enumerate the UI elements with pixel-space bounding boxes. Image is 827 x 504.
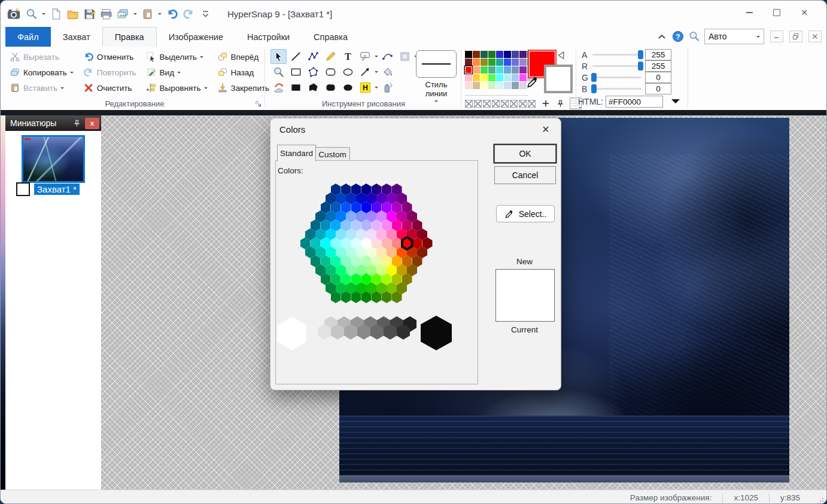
- ribbon-cut-button[interactable]: Вырезать: [8, 50, 75, 64]
- pattern-slot[interactable]: [474, 100, 482, 108]
- tool-pointer[interactable]: [270, 49, 287, 64]
- tab-settings[interactable]: Настройки: [235, 27, 302, 47]
- palette-swatch[interactable]: [481, 51, 488, 58]
- palette-swatch[interactable]: [473, 51, 480, 58]
- tool-polyline[interactable]: [305, 49, 321, 64]
- palette-swatch[interactable]: [504, 66, 511, 74]
- undo-icon[interactable]: [166, 8, 178, 20]
- capture-thumbnail[interactable]: [22, 135, 85, 183]
- tab-edit[interactable]: Правка: [102, 27, 157, 47]
- palette-swatch[interactable]: [473, 66, 480, 74]
- ribbon-send-back-button[interactable]: Назад: [215, 65, 272, 80]
- tool-highlight[interactable]: H: [357, 80, 373, 95]
- tab-file[interactable]: Файл: [5, 27, 51, 47]
- panel-close-button[interactable]: x: [85, 118, 99, 129]
- tool-arrow[interactable]: [357, 65, 373, 80]
- palette-swatch[interactable]: [488, 82, 495, 89]
- palette-swatch[interactable]: [496, 66, 503, 74]
- palette-swatch[interactable]: [512, 82, 519, 89]
- palette-swatch[interactable]: [488, 74, 495, 81]
- slider-track-b[interactable]: [592, 88, 641, 90]
- dropdown-caret-icon[interactable]: [133, 13, 137, 17]
- palette-swatch[interactable]: [465, 74, 472, 81]
- palette-swatch[interactable]: [496, 74, 503, 81]
- ribbon-paste-button[interactable]: Вставить: [8, 81, 75, 95]
- tab-capture[interactable]: Захват: [51, 27, 102, 47]
- pattern-slot[interactable]: [483, 100, 491, 108]
- maximize-button[interactable]: [763, 3, 790, 22]
- collapse-ribbon-icon[interactable]: [656, 30, 668, 42]
- tool-rectangle[interactable]: [288, 65, 304, 80]
- new-file-icon[interactable]: [50, 8, 62, 20]
- palette-swatch[interactable]: [504, 51, 511, 58]
- slider-value-r[interactable]: 255: [645, 60, 671, 72]
- palette-swatch[interactable]: [512, 51, 519, 58]
- palette-swatch[interactable]: [512, 74, 519, 81]
- palette-swatch[interactable]: [519, 66, 527, 74]
- palette-swatch[interactable]: [465, 66, 472, 74]
- background-color-swatch[interactable]: [544, 65, 573, 93]
- slider-value-g[interactable]: 0: [645, 72, 671, 83]
- slider-value-a[interactable]: 255: [645, 49, 671, 60]
- copy-image-icon[interactable]: [117, 8, 129, 20]
- palette-swatch[interactable]: [496, 51, 503, 58]
- tool-zoom[interactable]: [270, 65, 287, 80]
- dialog-close-icon[interactable]: ✕: [536, 121, 556, 137]
- palette-swatch[interactable]: [519, 59, 527, 66]
- slider-thumb-r[interactable]: [638, 62, 643, 71]
- tool-spray[interactable]: [379, 80, 396, 95]
- palette-swatch[interactable]: [481, 59, 488, 66]
- zoom-icon[interactable]: [688, 30, 700, 42]
- pattern-slot[interactable]: [501, 100, 509, 108]
- palette-swatch[interactable]: [488, 66, 495, 74]
- palette-swatch[interactable]: [465, 51, 472, 58]
- tool-rounded-rectangle[interactable]: [323, 65, 339, 80]
- palette-swatch[interactable]: [496, 82, 503, 89]
- document-restore-button[interactable]: [789, 30, 802, 42]
- select-button[interactable]: Select..: [496, 205, 555, 222]
- palette-swatch[interactable]: [481, 66, 488, 74]
- palette-swatch[interactable]: [519, 51, 527, 58]
- palette-swatch[interactable]: [481, 74, 488, 81]
- dialog-title-bar[interactable]: Colors ✕: [270, 118, 561, 140]
- paste-icon[interactable]: [141, 8, 154, 20]
- tool-callout[interactable]: ab: [357, 49, 373, 64]
- palette-swatch[interactable]: [512, 66, 519, 74]
- tool-stamp[interactable]: [270, 80, 287, 95]
- document-minimize-button[interactable]: [770, 30, 783, 42]
- slider-track-r[interactable]: [592, 65, 641, 67]
- cancel-button[interactable]: Cancel: [494, 166, 556, 184]
- ribbon-clear-button[interactable]: Очистить: [81, 81, 138, 95]
- ribbon-anchor-button[interactable]: Закрепить: [215, 81, 272, 95]
- tool-shape-stamp[interactable]: [397, 49, 413, 64]
- pattern-slot[interactable]: [465, 100, 473, 108]
- resize-grip[interactable]: [811, 490, 826, 504]
- thumbnail-checkbox[interactable]: [16, 182, 30, 196]
- palette-swatch[interactable]: [504, 74, 511, 81]
- tool-pencil[interactable]: [323, 49, 339, 64]
- tool-line[interactable]: [288, 49, 304, 64]
- tool-filled-rounded-rectangle[interactable]: [323, 80, 339, 95]
- add-color-icon[interactable]: [541, 99, 551, 108]
- ribbon-undo-button[interactable]: Отменить: [81, 50, 138, 64]
- html-color-input[interactable]: [606, 96, 663, 108]
- ribbon-bring-forward-button[interactable]: Вперёд: [215, 50, 272, 64]
- pin-icon[interactable]: [556, 99, 565, 108]
- palette-swatch[interactable]: [504, 59, 511, 66]
- dropdown-caret-icon[interactable]: [42, 13, 45, 17]
- tool-filled-rectangle[interactable]: [288, 80, 304, 95]
- palette-swatch[interactable]: [481, 82, 488, 89]
- tool-polygon[interactable]: [305, 65, 321, 80]
- pattern-slot[interactable]: [528, 100, 536, 108]
- dropdown-caret-icon[interactable]: [375, 56, 378, 59]
- slider-track-a[interactable]: [592, 54, 641, 56]
- capture-search-icon[interactable]: [25, 8, 38, 20]
- ribbon-copy-button[interactable]: Копировать: [8, 65, 75, 80]
- slider-track-g[interactable]: [592, 77, 641, 78]
- thumbnail-label[interactable]: Захват1 *: [34, 184, 80, 195]
- palette-swatch[interactable]: [465, 82, 472, 89]
- tool-filled-ellipse[interactable]: [340, 80, 356, 95]
- tool-fill[interactable]: [379, 65, 396, 80]
- palette-swatch[interactable]: [488, 59, 495, 66]
- tool-curve[interactable]: [379, 49, 396, 64]
